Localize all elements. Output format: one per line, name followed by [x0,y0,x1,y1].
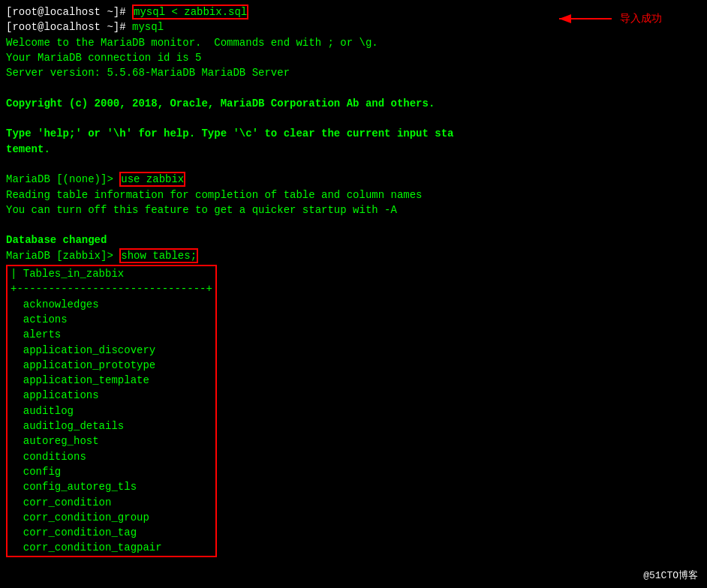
show-tables-cmd: show tables; [119,248,198,263]
use-zabbix-cmd: use zabbix [119,172,185,187]
table-row-15: corr_condition_group [11,510,212,525]
terminal-line-9: Reading table information for completion… [6,188,701,202]
mariadb-prompt-2: MariaDB [zabbix]> [6,250,119,262]
table-row-5: application_prototype [11,358,212,373]
terminal-line-5: Server version: 5.5.68-MariaDB MariaDB S… [6,65,701,80]
table-row-12: config [11,464,212,479]
terminal-line-4: Your MariaDB connection id is 5 [6,50,701,65]
terminal-line-7: Type 'help;' or '\h' for help. Type '\c'… [6,126,701,157]
blank-2 [6,111,701,126]
arrow-icon [555,8,615,30]
terminal-line-6: Copyright (c) 2000, 2018, Oracle, MariaD… [6,96,701,111]
terminal-window: 导入成功 [root@localhost ~]# mysql < zabbix.… [0,0,707,588]
table-row-11: conditions [11,449,212,464]
table-row-4: application_discovery [11,343,212,358]
import-success-label: 导入成功 [620,12,662,26]
table-row-7: applications [11,388,212,403]
table-row-9: auditlog_details [11,418,212,434]
prompt-1: [root@localhost ~]# [6,6,132,18]
terminal-line-12: MariaDB [zabbix]> show tables; [6,248,701,263]
blank-1 [6,80,701,95]
terminal-line-8: MariaDB [(none)]> use zabbix [6,172,701,187]
table-separator: +------------------------------+ [11,281,212,296]
table-row-6: application_template [11,373,212,388]
table-row-8: auditlog [11,404,212,418]
table-header-row: | Tables_in_zabbix [11,266,212,281]
table-row-14: corr_condition [11,495,212,510]
tables-output-box: | Tables_in_zabbix +--------------------… [6,265,217,557]
table-row-13: config_autoreg_tls [11,479,212,494]
table-row-16: corr_condition_tag [11,525,212,540]
mysql-import-cmd: mysql < zabbix.sql [132,4,248,20]
watermark: @51CTO博客 [643,568,698,582]
table-row-2: actions [11,312,212,327]
annotation-import-success: 导入成功 [555,8,662,30]
blank-4 [6,218,701,232]
blank-3 [6,157,701,172]
table-row-3: alerts [11,327,212,342]
table-row-10: autoreg_host [11,434,212,448]
mysql-cmd: mysql [132,21,164,33]
table-row-17: corr_condition_tagpair [11,540,212,555]
terminal-line-10: You can turn off this feature to get a q… [6,202,701,218]
terminal-line-3: Welcome to the MariaDB monitor. Commands… [6,35,701,50]
mariadb-prompt-1: MariaDB [(none)]> [6,173,119,185]
prompt-2: [root@localhost ~]# [6,21,132,33]
terminal-line-11: Database changed [6,232,701,248]
table-row-1: acknowledges [11,297,212,312]
